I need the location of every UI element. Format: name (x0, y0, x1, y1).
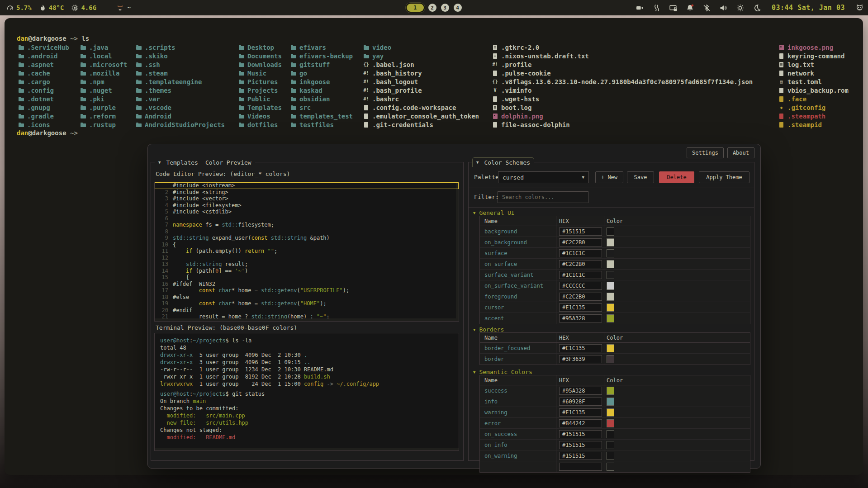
code-token: char (218, 287, 232, 294)
color-swatch[interactable] (607, 238, 614, 246)
search-colors-input[interactable] (498, 191, 588, 203)
color-swatch[interactable] (607, 314, 614, 322)
workspace-1[interactable]: 1 (407, 4, 424, 12)
code-token: fs = (202, 222, 222, 228)
hex-input[interactable]: #E1C135 (559, 408, 602, 417)
clock[interactable]: 03:44 Sat, Jan 03 (772, 4, 845, 12)
save-button[interactable]: Save (627, 171, 654, 183)
workspace-3[interactable]: 3 (441, 4, 449, 12)
code-token: "~" (317, 313, 327, 320)
night-light-icon[interactable] (753, 4, 761, 12)
section-header-1[interactable]: ▼Borders (473, 326, 504, 333)
delete-button[interactable]: Delete (659, 171, 694, 183)
color-swatch[interactable] (607, 430, 614, 438)
ls-column-4: efivarsefivars-backupgitstuffgoinkgoosek… (290, 43, 353, 129)
ls-entry-name: .steampid (787, 121, 822, 128)
color-swatch[interactable] (607, 441, 614, 449)
code-editor-preview[interactable]: #include <iostream>2#include <string>3#i… (154, 182, 459, 322)
header-color: Color (604, 216, 750, 226)
apply-theme-button[interactable]: Apply Theme (699, 171, 749, 183)
code-token: std::getenv (261, 287, 297, 294)
folder-icon (290, 71, 297, 76)
ls-entry: Music (238, 69, 282, 77)
ls-entry-name: Music (247, 70, 266, 77)
line-number: 21 (155, 313, 173, 320)
color-swatch[interactable] (607, 355, 614, 363)
code-token: user@host (160, 337, 190, 344)
terminal-line: Changes not staged: (160, 426, 459, 434)
script-file-icon: #! (363, 95, 370, 103)
color-swatch[interactable] (607, 344, 614, 352)
hex-input[interactable]: #C2C2B0 (559, 293, 602, 301)
hex-input[interactable]: #1C1C1C (559, 249, 602, 257)
ls-entry: .face (778, 95, 849, 103)
tab-templates[interactable]: Templates (166, 159, 198, 166)
code-token: #else (173, 294, 189, 300)
hex-input[interactable]: #151515 (559, 452, 602, 460)
color-swatch[interactable] (607, 282, 614, 290)
top-bar: 5.7% 48°C 4.6G ~ 1234 03:44 Sat, Jan 03 (0, 0, 868, 15)
color-swatch[interactable] (607, 271, 614, 279)
screen-lock-icon[interactable] (669, 4, 677, 12)
workspace-4[interactable]: 4 (454, 4, 462, 12)
palette-dropdown[interactable]: cursed ▼ (498, 171, 589, 183)
color-swatch[interactable] (607, 387, 614, 395)
hex-input[interactable]: #151515 (559, 441, 602, 449)
code-token: result = home ? (173, 313, 251, 320)
hex-input[interactable]: #C2C2B0 (559, 238, 602, 246)
hex-input[interactable]: #1C1C1C (559, 271, 602, 279)
new-palette-button[interactable]: + New (595, 171, 623, 183)
hex-input[interactable]: #C2C2B0 (559, 260, 602, 268)
hex-input[interactable]: #E1C135 (559, 344, 602, 352)
heat-icon[interactable] (653, 4, 660, 12)
ls-entry-name: obsidian (299, 95, 330, 103)
owl-icon[interactable] (856, 4, 863, 12)
folder-icon (135, 71, 142, 76)
camera-icon[interactable] (636, 4, 644, 12)
folder-icon (80, 105, 86, 110)
hex-input[interactable]: #E1C135 (559, 303, 602, 312)
code-token: (path[ (192, 268, 215, 274)
hex-input[interactable]: #B44242 (559, 419, 602, 427)
about-button[interactable]: About (727, 147, 754, 158)
folder-icon (18, 105, 24, 110)
section-header-0[interactable]: ▼General UI (473, 209, 515, 216)
volume-icon[interactable] (720, 4, 727, 12)
workspace-2[interactable]: 2 (428, 4, 436, 12)
header-hex: HEX (556, 216, 604, 226)
bell-icon[interactable] (686, 4, 694, 12)
hex-input[interactable]: #95A328 (559, 314, 602, 322)
color-swatch[interactable] (607, 452, 614, 460)
color-swatch[interactable] (607, 463, 614, 471)
folder-icon (238, 88, 245, 93)
hex-input[interactable]: #3F3639 (559, 355, 602, 363)
folder-icon (238, 62, 245, 67)
hex-input[interactable]: #151515 (559, 430, 602, 438)
hex-input[interactable]: #CCCCCC (559, 282, 602, 290)
code-token: drwxr-xr-x (160, 359, 193, 365)
color-swatch[interactable] (607, 398, 614, 406)
hex-input[interactable]: #95A328 (559, 387, 602, 395)
settings-button[interactable]: Settings (687, 147, 724, 158)
terminal-preview[interactable]: user@host:~/projects$ ls -latotal 48drwx… (154, 333, 459, 451)
hex-input[interactable] (559, 463, 602, 471)
color-swatch[interactable] (607, 408, 614, 417)
tab-color-preview[interactable]: Color Preview (205, 159, 251, 166)
color-swatch[interactable] (607, 227, 614, 236)
code-text: const char* home = std::getenv("HOME"); (173, 300, 327, 307)
folder-icon (238, 105, 245, 110)
code-token: #include <vector> (173, 195, 228, 202)
header-color: Color (604, 375, 750, 385)
hex-input[interactable]: #151515 (559, 227, 602, 236)
color-swatch[interactable] (607, 293, 614, 301)
section-header-2[interactable]: ▼Semantic Colors (473, 369, 532, 375)
color-row: warning#E1C135 (480, 407, 750, 418)
hex-input[interactable]: #60928F (559, 398, 602, 406)
editor-line: 11 if (path.empty()) return ""; (155, 248, 459, 255)
color-swatch[interactable] (607, 303, 614, 312)
brightness-icon[interactable] (736, 4, 744, 12)
color-swatch[interactable] (607, 249, 614, 257)
color-swatch[interactable] (607, 260, 614, 268)
color-swatch[interactable] (607, 419, 614, 427)
bluetooth-off-icon[interactable] (703, 4, 711, 12)
